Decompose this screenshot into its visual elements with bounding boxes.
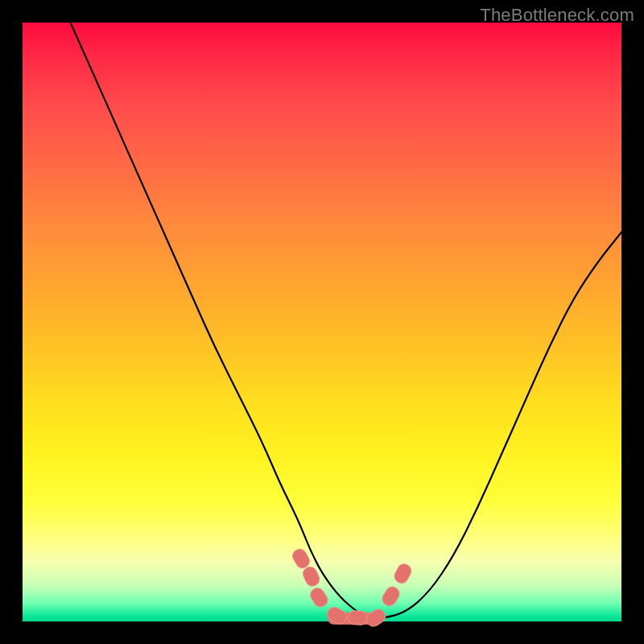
watermark-text: TheBottleneck.com [480, 5, 634, 26]
curve-marker [301, 565, 321, 588]
curve-marker [380, 584, 402, 608]
curve-marker [392, 562, 413, 585]
chart-plot-area [23, 23, 621, 621]
curve-marker [308, 586, 330, 609]
bottleneck-curve [71, 23, 621, 618]
chart-svg [23, 23, 621, 621]
marker-group [291, 547, 414, 629]
curve-marker [364, 607, 387, 629]
curve-marker [348, 610, 368, 625]
chart-frame: TheBottleneck.com [0, 0, 644, 644]
